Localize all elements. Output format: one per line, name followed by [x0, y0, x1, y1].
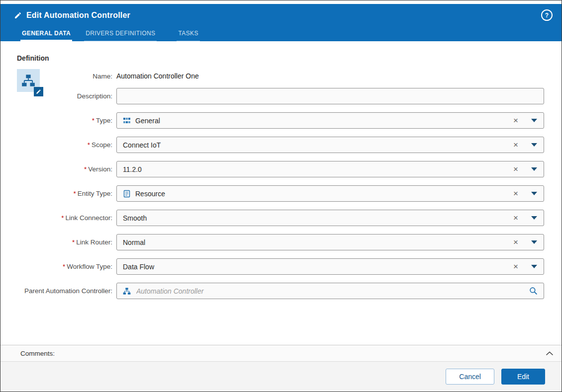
parent-controller-picker[interactable]: [116, 283, 544, 299]
required-marker: *: [73, 190, 76, 197]
form-row-type: *Type: General ×: [0, 112, 562, 129]
form-row-entity-type: *Entity Type: Resource ×: [0, 185, 562, 202]
edit-automation-controller-dialog: Edit Automation Controller ? GENERAL DAT…: [0, 0, 562, 392]
automation-controller-icon[interactable]: [17, 69, 40, 92]
dialog-title: Edit Automation Controller: [26, 11, 130, 20]
required-marker: *: [84, 165, 87, 173]
dialog-body: Definition Name: Automation Controller O…: [0, 41, 562, 345]
workflow-type-select[interactable]: Data Flow ×: [116, 258, 544, 275]
link-connector-value: Smooth: [123, 214, 513, 222]
definition-form: Name: Automation Controller One Descript…: [0, 71, 562, 299]
tab-drivers-definitions[interactable]: DRIVERS DEFINITIONS: [84, 27, 157, 41]
required-marker: *: [88, 141, 90, 149]
edit-button[interactable]: Edit: [501, 369, 545, 385]
parent-controller-label: Parent Automation Controller:: [0, 287, 112, 295]
form-row-parent-controller: Parent Automation Controller:: [0, 283, 562, 299]
scope-select[interactable]: Connect IoT ×: [116, 137, 544, 153]
clear-icon[interactable]: ×: [513, 141, 518, 149]
clear-icon[interactable]: ×: [513, 165, 518, 173]
comments-label: Comments:: [20, 350, 55, 357]
form-row-scope: *Scope: Connect IoT ×: [0, 137, 562, 153]
tab-tasks[interactable]: TASKS: [177, 27, 199, 41]
entity-type-select[interactable]: Resource ×: [116, 185, 544, 202]
edit-pencil-icon: [14, 11, 22, 19]
type-value: General: [135, 117, 513, 125]
dialog-footer: Cancel Edit: [0, 362, 562, 392]
link-router-select[interactable]: Normal ×: [116, 234, 544, 250]
required-marker: *: [63, 263, 65, 270]
chevron-down-icon[interactable]: [531, 265, 537, 268]
clear-icon[interactable]: ×: [513, 116, 518, 125]
help-icon[interactable]: ?: [541, 9, 553, 21]
scope-label: *Scope:: [0, 141, 112, 149]
resource-icon: [123, 190, 131, 198]
scope-value: Connect IoT: [123, 141, 513, 149]
clear-icon[interactable]: ×: [513, 238, 518, 246]
link-connector-select[interactable]: Smooth ×: [116, 210, 544, 226]
chevron-down-icon[interactable]: [531, 143, 537, 147]
version-select[interactable]: 11.2.0 ×: [116, 161, 544, 177]
workflow-type-label: *Workflow Type:: [0, 263, 112, 270]
required-marker: *: [92, 117, 94, 124]
type-general-icon: [123, 117, 131, 125]
entity-type-label: *Entity Type:: [0, 190, 112, 197]
parent-controller-input[interactable]: [135, 287, 529, 296]
form-row-version: *Version: 11.2.0 ×: [0, 161, 562, 177]
link-connector-label: *Link Connector:: [0, 214, 112, 222]
hierarchy-icon: [123, 287, 131, 295]
type-select[interactable]: General ×: [116, 112, 544, 129]
hierarchy-icon: [21, 74, 35, 87]
required-marker: *: [61, 214, 64, 222]
form-row-link-router: *Link Router: Normal ×: [0, 234, 562, 250]
type-label: *Type:: [0, 117, 112, 124]
description-label: Description:: [0, 92, 112, 100]
pencil-icon: [36, 89, 41, 94]
clear-icon[interactable]: ×: [513, 214, 518, 222]
workflow-type-value: Data Flow: [123, 263, 513, 271]
required-marker: *: [72, 238, 75, 246]
chevron-up-icon[interactable]: [546, 351, 554, 356]
dialog-header: Edit Automation Controller ? GENERAL DAT…: [0, 4, 562, 41]
cancel-button[interactable]: Cancel: [446, 369, 494, 385]
tab-bar: GENERAL DATA DRIVERS DEFINITIONS TASKS: [0, 27, 562, 41]
form-row-workflow-type: *Workflow Type: Data Flow ×: [0, 258, 562, 275]
chevron-down-icon[interactable]: [531, 216, 537, 220]
chevron-down-icon[interactable]: [531, 240, 537, 244]
version-label: *Version:: [0, 165, 112, 173]
background-strip: [0, 0, 562, 4]
clear-icon[interactable]: ×: [513, 262, 518, 271]
form-row-name: Name: Automation Controller One: [0, 71, 562, 81]
icon-edit-badge[interactable]: [34, 87, 43, 96]
version-value: 11.2.0: [123, 165, 513, 173]
form-row-description: Description:: [0, 88, 562, 104]
entity-type-value: Resource: [135, 190, 513, 198]
name-value: Automation Controller One: [116, 72, 544, 80]
link-router-value: Normal: [123, 238, 513, 246]
form-row-link-connector: *Link Connector: Smooth ×: [0, 210, 562, 226]
chevron-down-icon[interactable]: [531, 119, 537, 122]
description-input[interactable]: [116, 88, 544, 104]
section-title-definition: Definition: [17, 54, 562, 62]
chevron-down-icon[interactable]: [531, 167, 537, 171]
search-icon[interactable]: [529, 287, 538, 295]
link-router-label: *Link Router:: [0, 238, 112, 246]
tab-general-data[interactable]: GENERAL DATA: [20, 27, 72, 41]
comments-section-header[interactable]: Comments:: [0, 345, 562, 362]
clear-icon[interactable]: ×: [513, 189, 518, 198]
chevron-down-icon[interactable]: [531, 192, 537, 195]
